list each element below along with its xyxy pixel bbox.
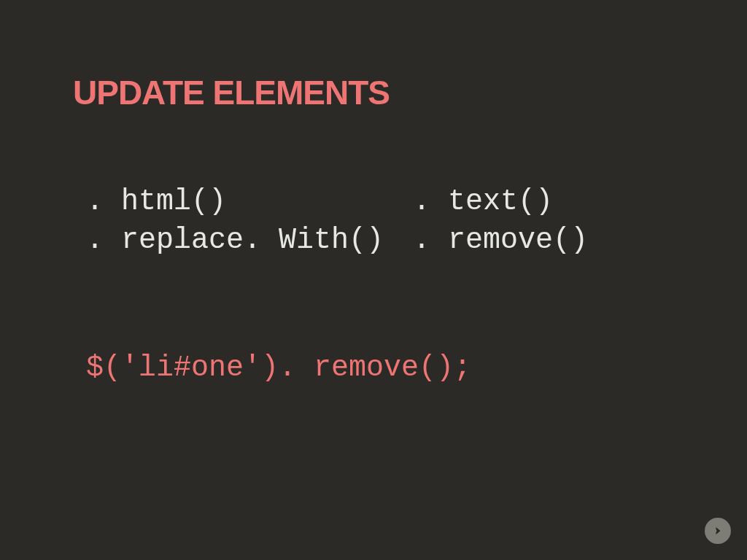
method-remove: . remove() (413, 224, 674, 257)
code-example: $('li#one'). remove(); (86, 351, 674, 384)
method-replacewith: . replace. With() (86, 224, 384, 257)
method-text: . text() (413, 185, 674, 218)
next-slide-button[interactable] (705, 518, 731, 544)
methods-grid: . html() . text() . replace. With() . re… (86, 185, 674, 257)
arrow-right-icon (711, 524, 725, 538)
method-html: . html() (86, 185, 384, 218)
slide-container: UPDATE ELEMENTS . html() . text() . repl… (0, 0, 747, 560)
slide-title: UPDATE ELEMENTS (73, 73, 674, 112)
